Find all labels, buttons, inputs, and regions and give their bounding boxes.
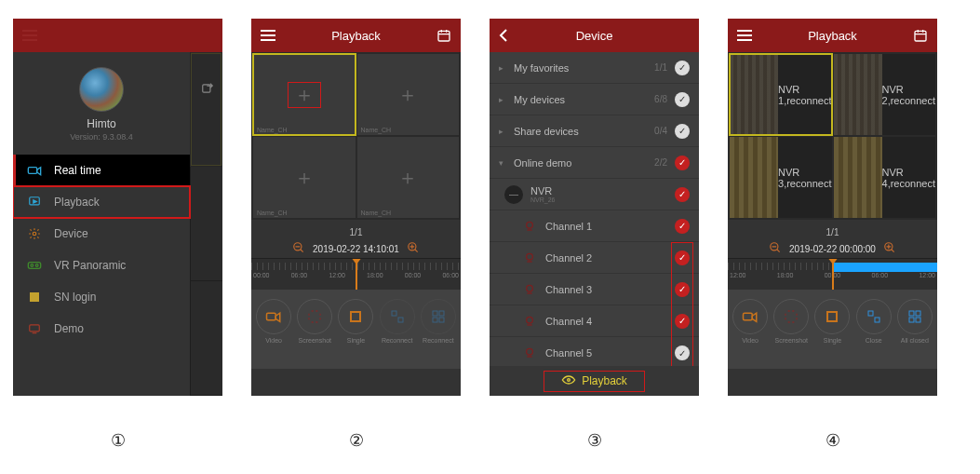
hamburger-icon[interactable]	[261, 30, 275, 41]
channel-row[interactable]: Channel 2 ✓	[490, 242, 699, 274]
nav-item-snlogin[interactable]: SN login	[13, 281, 190, 313]
single-button[interactable]: Single	[338, 299, 373, 344]
zoom-in-icon[interactable]	[407, 241, 420, 256]
header: Device	[490, 19, 699, 52]
plus-icon: ＋	[397, 81, 418, 109]
timestamp-row: 2019-02-22 14:10:01	[251, 241, 461, 256]
svg-rect-16	[433, 311, 437, 316]
svg-rect-1	[28, 168, 36, 174]
svg-rect-8	[30, 325, 40, 332]
video-tile[interactable]: NVR 3,reconnect	[730, 137, 832, 218]
single-button[interactable]: Single	[814, 299, 850, 344]
video-button[interactable]: Video	[256, 299, 291, 344]
checkbox[interactable]: ✓	[675, 124, 690, 139]
hamburger-icon[interactable]	[737, 30, 752, 41]
playback-live-panel: Playback NVR 1,reconnect NVR 2,reconnect…	[728, 19, 937, 396]
panel-number: ①	[13, 430, 222, 451]
svg-rect-15	[398, 318, 403, 322]
channel-row[interactable]: Channel 4 ✓	[490, 305, 699, 337]
channel-row[interactable]: Channel 1 ✓	[490, 210, 699, 242]
video-tile[interactable]: ＋ Name_CH	[253, 137, 356, 218]
playback-icon	[26, 196, 43, 209]
screenshot-button[interactable]: Screenshot	[297, 299, 332, 344]
calendar-icon[interactable]	[913, 28, 928, 43]
svg-point-22	[527, 285, 533, 291]
nav-item-vr[interactable]: VR Panoramic	[13, 250, 190, 281]
drawer-panel: Himto Version: 9.3.08.4 Real time	[13, 19, 222, 396]
checkbox[interactable]: ✓	[675, 61, 690, 75]
close-button[interactable]: Close	[856, 299, 892, 344]
camera-icon	[521, 218, 538, 235]
video-tile[interactable]: NVR 2,reconnect	[834, 54, 936, 135]
panel-number: ④	[728, 430, 937, 451]
checkbox[interactable]: ✓	[675, 345, 690, 360]
video-grid: ＋ Name_CH ＋ Name_CH ＋ Name_CH ＋ Name_CH	[251, 52, 461, 220]
timeline-marker[interactable]	[829, 259, 837, 290]
playback-empty-panel: Playback ＋ Name_CH ＋ Name_CH ＋ Name_CH	[251, 19, 461, 396]
checkbox[interactable]: ✓	[675, 282, 690, 297]
svg-point-3	[33, 232, 36, 236]
nav-menu: Real time Playback Device	[13, 155, 190, 345]
svg-rect-17	[439, 311, 444, 316]
share-icon[interactable]	[201, 82, 214, 97]
nav-item-realtime[interactable]: Real time	[13, 155, 190, 186]
reconnect-all-button[interactable]: Reconnect	[421, 299, 456, 344]
group-sharedevices[interactable]: ▸ Share devices 0/4 ✓	[490, 115, 699, 147]
device-panel: Device ▸ My favorites 1/1 ✓ ▸ My devices…	[490, 19, 699, 396]
timeline-marker[interactable]	[353, 259, 360, 290]
checkbox[interactable]: ✓	[675, 156, 690, 170]
toolbar: Video Screenshot Single Reconnect Reconn…	[251, 290, 461, 369]
timeline-ruler[interactable]: 00:00 06:00 12:00 18:00 00:00 06:00	[251, 258, 461, 290]
group-onlinedemo[interactable]: ▾ Online demo 2/2 ✓	[490, 147, 699, 179]
zoom-out-icon[interactable]	[769, 241, 782, 256]
reconnect-button[interactable]: Reconnect	[380, 299, 415, 344]
group-favorites[interactable]: ▸ My favorites 1/1 ✓	[490, 52, 699, 84]
nav-item-label: Demo	[54, 322, 84, 335]
hamburger-icon[interactable]	[22, 30, 37, 41]
nav-item-device[interactable]: Device	[13, 218, 190, 250]
demo-icon	[26, 323, 43, 334]
svg-rect-9	[438, 31, 450, 41]
playback-bar[interactable]: Playback	[490, 366, 699, 396]
video-tile[interactable]: ＋ Name_CH	[357, 137, 460, 218]
svg-point-6	[35, 264, 38, 267]
screenshot-button[interactable]: Screenshot	[773, 299, 809, 344]
username: Himto	[13, 117, 190, 130]
page-indicator: 1/1	[728, 227, 937, 237]
channel-row[interactable]: Channel 3 ✓	[490, 274, 699, 305]
device-nvr[interactable]: — NVR NVR_26 ✓	[490, 179, 699, 210]
zoom-in-icon[interactable]	[883, 241, 896, 256]
video-tile[interactable]: NVR 1,reconnect	[730, 54, 832, 135]
device-icon: —	[504, 185, 523, 204]
checkbox[interactable]: ✓	[675, 314, 690, 329]
svg-point-23	[527, 317, 533, 323]
checkbox[interactable]: ✓	[675, 92, 690, 107]
panel-number: ②	[251, 430, 461, 451]
nav-item-label: VR Panoramic	[54, 259, 126, 272]
tile-caption: NVR 1,reconnect	[778, 84, 831, 106]
back-icon[interactable]	[499, 28, 508, 43]
group-mydevices[interactable]: ▸ My devices 6/8 ✓	[490, 84, 699, 115]
video-button[interactable]: Video	[732, 299, 768, 344]
nav-item-playback[interactable]: Playback	[13, 186, 190, 218]
video-tile[interactable]: NVR 4,reconnect	[834, 137, 936, 218]
chevron-right-icon: ▸	[499, 95, 508, 104]
checkbox[interactable]: ✓	[675, 187, 690, 202]
video-tile[interactable]: ＋ Name_CH	[253, 54, 356, 135]
timeline-ruler[interactable]: 12:00 18:00 00:00 06:00 12:00	[728, 258, 937, 290]
video-tile[interactable]: ＋ Name_CH	[357, 54, 460, 135]
all-closed-button[interactable]: All closed	[897, 299, 933, 344]
zoom-out-icon[interactable]	[292, 241, 305, 256]
checkbox[interactable]: ✓	[675, 219, 690, 234]
svg-rect-29	[744, 313, 753, 320]
nav-item-label: Playback	[54, 196, 100, 209]
nav-item-demo[interactable]: Demo	[13, 313, 190, 345]
camera-icon	[26, 165, 43, 176]
camera-icon	[521, 345, 538, 361]
channel-row[interactable]: Channel 5 ✓	[490, 337, 699, 369]
gear-icon	[26, 227, 43, 240]
checkbox[interactable]: ✓	[675, 251, 690, 265]
calendar-icon[interactable]	[436, 28, 451, 43]
avatar[interactable]	[79, 67, 124, 112]
svg-rect-13	[351, 312, 360, 321]
